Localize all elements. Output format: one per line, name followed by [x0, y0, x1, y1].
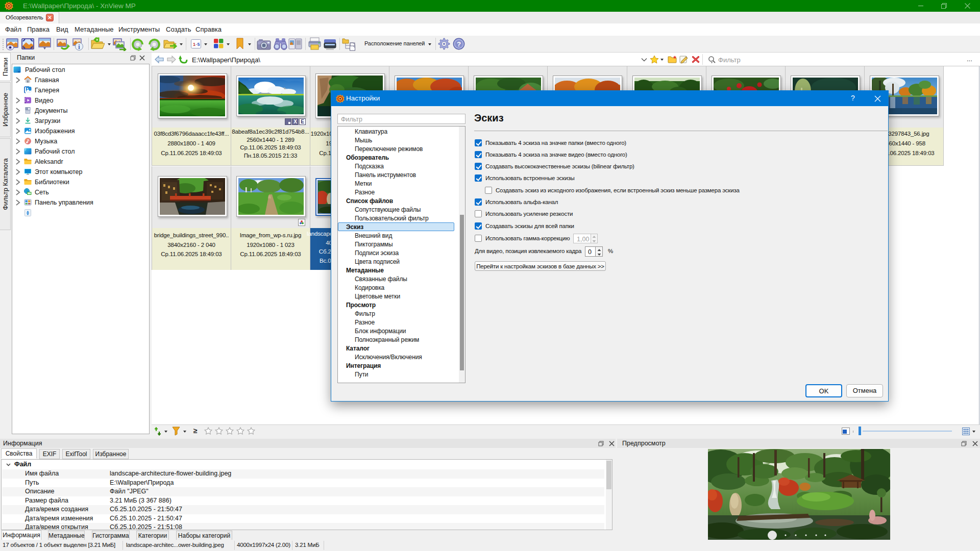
svg-text:?: ? [457, 40, 461, 48]
svg-text:5: 5 [198, 42, 200, 47]
